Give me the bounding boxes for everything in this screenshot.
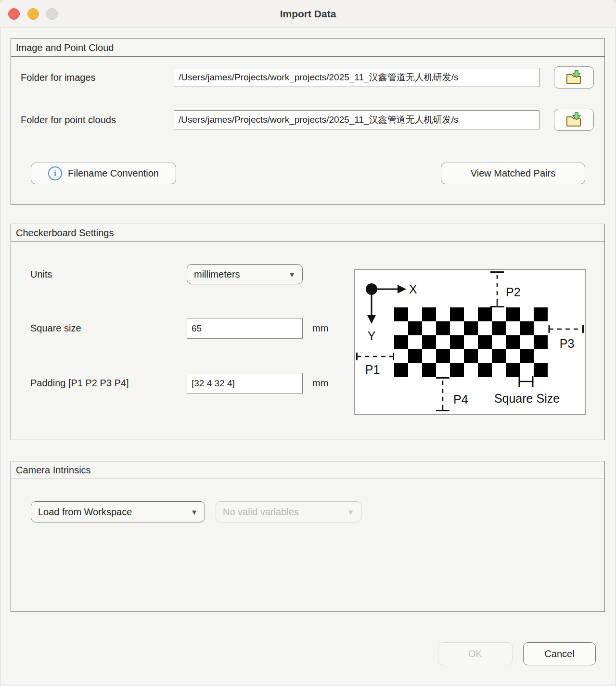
checkerboard-cell xyxy=(506,335,520,349)
folder-pointclouds-input[interactable] xyxy=(174,110,539,129)
checkerboard-cell xyxy=(394,321,408,335)
checkerboard-diagram: X Y P2 P3 P1 xyxy=(354,269,586,415)
checkerboard-cell xyxy=(492,349,506,363)
checkerboard-cell xyxy=(478,335,492,349)
chevron-down-icon: ▼ xyxy=(288,270,295,279)
checkerboard-cell xyxy=(520,335,534,349)
checkerboard-cell xyxy=(436,307,450,321)
checkerboard-cell xyxy=(408,321,422,335)
checkerboard-cell xyxy=(394,307,408,321)
checkerboard-cell xyxy=(506,349,520,363)
checkerboard-cell xyxy=(534,349,548,363)
checkerboard-cell xyxy=(492,363,506,377)
image-point-cloud-section: Image and Point Cloud Folder for images … xyxy=(11,38,605,205)
checkerboard-cell xyxy=(520,349,534,363)
cancel-button[interactable]: Cancel xyxy=(523,642,596,665)
checkerboard-cell xyxy=(422,321,436,335)
checkerboard-settings-section: Checkerboard Settings Units millimeters … xyxy=(11,224,605,440)
p1-label: P1 xyxy=(365,363,380,376)
p2-label: P2 xyxy=(506,285,521,299)
checkerboard-cell xyxy=(534,307,548,321)
checkerboard-cell xyxy=(394,349,408,363)
x-axis-arrowhead xyxy=(398,285,406,293)
checkerboard-cell xyxy=(464,363,478,377)
padding-unit: mm xyxy=(312,373,328,394)
checkerboard-cell xyxy=(478,363,492,377)
intrinsics-source-dropdown[interactable]: Load from Workspace ▼ xyxy=(31,501,205,522)
checkerboard-cell xyxy=(506,363,520,377)
filename-convention-button[interactable]: i Filename Convention xyxy=(31,163,176,184)
checkerboard-cell xyxy=(436,349,450,363)
intrinsics-variables-value: No valid variables xyxy=(223,507,299,518)
checkerboard-cell xyxy=(408,349,422,363)
checkerboard-cell xyxy=(464,307,478,321)
folder-images-input[interactable] xyxy=(174,68,539,87)
square-size-input[interactable] xyxy=(187,318,303,339)
view-matched-pairs-button[interactable]: View Matched Pairs xyxy=(441,163,585,184)
checkerboard-cell xyxy=(534,321,548,335)
checkerboard-cell xyxy=(478,307,492,321)
checkerboard-cell xyxy=(492,335,506,349)
checkerboard-cell xyxy=(520,363,534,377)
folder-pointclouds-label: Folder for point clouds xyxy=(21,110,116,129)
units-dropdown[interactable]: millimeters ▼ xyxy=(187,264,303,284)
p4-label: P4 xyxy=(453,393,468,406)
window-title: Import Data xyxy=(0,0,616,27)
checkerboard-cell xyxy=(478,349,492,363)
ok-button: OK xyxy=(438,642,513,665)
p3-label: P3 xyxy=(560,337,575,350)
square-size-caption: Square Size xyxy=(494,392,560,405)
checkerboard-cell xyxy=(464,349,478,363)
x-axis-label: X xyxy=(409,282,417,296)
checkerboard-cell xyxy=(408,335,422,349)
open-folder-icon xyxy=(565,112,583,127)
units-dropdown-value: millimeters xyxy=(194,269,240,280)
checkerboard-cell xyxy=(478,321,492,335)
square-size-unit: mm xyxy=(312,318,328,339)
checkerboard-cell xyxy=(394,363,408,377)
checkerboard-cell xyxy=(464,335,478,349)
checkerboard-cell xyxy=(520,321,534,335)
checkerboard-cell xyxy=(464,321,478,335)
browse-images-button[interactable] xyxy=(554,66,594,89)
import-data-dialog: Import Data Image and Point Cloud Folder… xyxy=(0,0,616,686)
section-title: Image and Point Cloud xyxy=(11,39,604,57)
checkerboard-cell xyxy=(520,307,534,321)
checkerboard-cell xyxy=(506,321,520,335)
checkerboard-cell xyxy=(436,363,450,377)
chevron-down-icon: ▼ xyxy=(347,508,354,516)
checkerboard-cell xyxy=(422,307,436,321)
intrinsics-source-value: Load from Workspace xyxy=(38,507,132,518)
checkerboard-cell xyxy=(450,363,464,377)
padding-input[interactable] xyxy=(187,373,303,394)
filename-convention-label: Filename Convention xyxy=(68,168,159,179)
cancel-button-label: Cancel xyxy=(544,648,574,660)
checkerboard-cell xyxy=(408,307,422,321)
checkerboard-cell xyxy=(450,349,464,363)
checkerboard-cell xyxy=(436,335,450,349)
checkerboard-grid xyxy=(394,307,548,377)
folder-images-label: Folder for images xyxy=(21,68,96,87)
checkerboard-cell xyxy=(492,321,506,335)
section-title: Checkerboard Settings xyxy=(11,224,604,242)
camera-intrinsics-section: Camera Intrinsics Load from Workspace ▼ … xyxy=(11,461,605,612)
checkerboard-cell xyxy=(422,349,436,363)
checkerboard-cell xyxy=(408,363,422,377)
checkerboard-cell xyxy=(534,335,548,349)
open-folder-icon xyxy=(565,70,583,85)
checkerboard-cell xyxy=(492,307,506,321)
ok-button-label: OK xyxy=(468,648,482,660)
intrinsics-variables-dropdown: No valid variables ▼ xyxy=(216,501,361,522)
chevron-down-icon: ▼ xyxy=(191,508,198,516)
origin-dot xyxy=(366,283,377,295)
y-axis-arrowhead xyxy=(367,315,376,324)
square-size-label: Square size xyxy=(30,318,81,339)
checkerboard-cell xyxy=(394,335,408,349)
title-bar: Import Data xyxy=(0,0,616,28)
section-title: Camera Intrinsics xyxy=(11,461,604,479)
checkerboard-cell xyxy=(422,335,436,349)
browse-pointclouds-button[interactable] xyxy=(554,109,594,131)
units-label: Units xyxy=(30,264,52,284)
checkerboard-cell xyxy=(450,321,464,335)
checkerboard-cell xyxy=(450,335,464,349)
